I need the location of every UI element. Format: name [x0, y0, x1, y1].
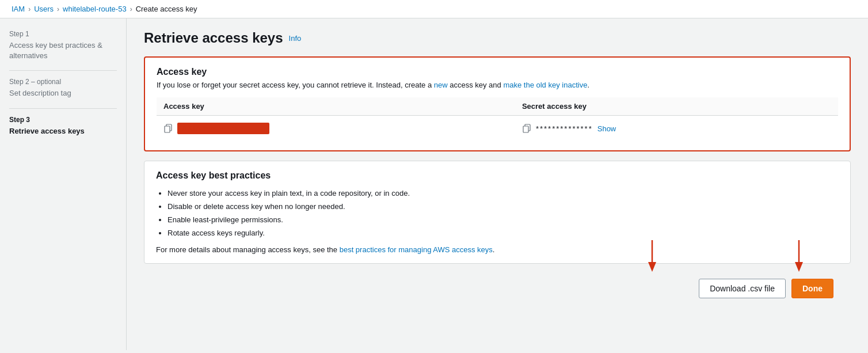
best-practices-footer-text: For more details about managing access k…	[156, 245, 337, 254]
make-inactive-link[interactable]: make the old key inactive	[503, 81, 587, 89]
breadcrumb-user[interactable]: whitelabel-route-53	[63, 5, 127, 13]
page-title-row: Retrieve access keys Info	[144, 30, 851, 46]
col-access-key: Access key	[157, 97, 515, 116]
best-practices-footer-end: .	[493, 245, 495, 254]
best-practices-card: Access key best practices Never store yo…	[144, 161, 851, 264]
best-practices-footer: For more details about managing access k…	[156, 245, 839, 254]
access-key-section-title: Access key	[157, 67, 838, 77]
download-csv-button[interactable]: Download .csv file	[699, 279, 786, 298]
done-button[interactable]: Done	[791, 279, 833, 298]
best-practice-item-3: Enable least-privilege permissions.	[167, 215, 839, 224]
sidebar-step-2-desc: Set description tag	[9, 88, 117, 98]
best-practices-title: Access key best practices	[156, 170, 839, 181]
best-practice-item-4: Rotate access keys regularly.	[167, 229, 839, 237]
breadcrumb-users[interactable]: Users	[34, 5, 54, 13]
secret-key-cell: ************** Show	[515, 116, 838, 142]
sidebar-step-3-desc: Retrieve access keys	[9, 126, 117, 136]
breadcrumb-current: Create access key	[136, 5, 197, 13]
main-content: Retrieve access keys Info Access key If …	[127, 18, 868, 350]
best-practices-link[interactable]: best practices for managing AWS access k…	[340, 245, 493, 254]
new-key-link[interactable]: new	[434, 81, 448, 89]
access-key-value: AKIA••••••••••••••	[177, 123, 269, 134]
copy-secret-key-icon[interactable]	[522, 124, 531, 133]
bottom-bar: Download .csv file Done	[144, 273, 851, 304]
best-practice-item-2: Disable or delete access key when no lon…	[167, 202, 839, 211]
sidebar-divider-1	[9, 70, 117, 71]
keys-table: Access key Secret access key	[157, 97, 838, 141]
show-secret-key-link[interactable]: Show	[597, 124, 616, 133]
breadcrumb-sep-2: ›	[57, 5, 59, 13]
breadcrumb-iam[interactable]: IAM	[12, 5, 25, 13]
secret-key-dots: **************	[536, 124, 593, 133]
sidebar-step-2-label: Step 2 – optional	[9, 78, 117, 86]
best-practices-list: Never store your access key in plain tex…	[156, 189, 839, 237]
best-practice-item-1: Never store your access key in plain tex…	[167, 189, 839, 198]
sidebar-step-1: Step 1 Access key best practices & alter…	[9, 30, 117, 61]
col-secret-key: Secret access key	[515, 97, 838, 116]
access-key-section-desc: If you lose or forget your secret access…	[157, 81, 838, 89]
sidebar-step-3: Step 3 Retrieve access keys	[9, 116, 117, 136]
copy-access-key-icon[interactable]	[163, 124, 173, 133]
page-title: Retrieve access keys	[144, 30, 283, 46]
sidebar-step-2: Step 2 – optional Set description tag	[9, 78, 117, 98]
sidebar-step-3-label: Step 3	[9, 116, 117, 124]
access-key-cell: AKIA••••••••••••••	[157, 116, 515, 142]
info-link[interactable]: Info	[289, 34, 302, 43]
sidebar: Step 1 Access key best practices & alter…	[0, 18, 127, 350]
breadcrumb-sep-3: ›	[130, 5, 132, 13]
sidebar-step-1-desc: Access key best practices & alternatives	[9, 40, 117, 61]
sidebar-divider-2	[9, 108, 117, 109]
access-key-card: Access key If you lose or forget your se…	[144, 56, 851, 151]
svg-rect-3	[523, 126, 528, 132]
breadcrumb: IAM › Users › whitelabel-route-53 › Crea…	[0, 0, 868, 18]
svg-rect-1	[165, 126, 170, 132]
sidebar-step-1-label: Step 1	[9, 30, 117, 38]
keys-row: AKIA••••••••••••••	[157, 116, 838, 142]
breadcrumb-sep-1: ›	[28, 5, 31, 13]
